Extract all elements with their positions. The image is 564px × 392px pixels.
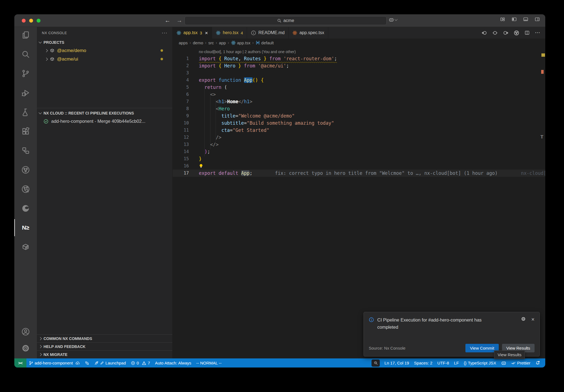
git-branch-item[interactable]: add-hero-component: [26, 358, 82, 368]
section-projects[interactable]: PROJECTS: [37, 39, 172, 46]
vim-mode-item[interactable]: -- NORMAL --: [194, 358, 224, 368]
tab-hero.tsx[interactable]: hero.tsx4: [212, 27, 247, 39]
section-label: COMMON NX COMMANDS: [44, 336, 92, 341]
info-icon: [369, 317, 374, 331]
cursor-position-item[interactable]: Ln 17, Col 19: [382, 358, 411, 368]
history-forward-icon[interactable]: →: [177, 17, 182, 24]
activity-edge-icon[interactable]: [21, 204, 30, 213]
breadcrumb-default[interactable]: default: [256, 40, 274, 45]
indentation-item[interactable]: Spaces: 2: [411, 358, 435, 368]
nav-location-icon[interactable]: [492, 30, 498, 36]
code-line-10[interactable]: 10 subtitle="Build something amazing tod…: [173, 119, 545, 127]
code-line-8[interactable]: 8 <Hero: [173, 105, 545, 112]
customize-layout-icon[interactable]: [500, 17, 505, 22]
split-editor-icon[interactable]: [525, 30, 530, 35]
git-compare-icon: [85, 361, 89, 365]
breadcrumb-app[interactable]: app: [219, 40, 226, 45]
encoding-item[interactable]: UTF-8: [435, 358, 452, 368]
maximize-window-button[interactable]: [37, 19, 40, 23]
copilot-icon[interactable]: [389, 17, 394, 22]
code-line-16[interactable]: 16: [173, 162, 545, 170]
history-back-icon[interactable]: ←: [165, 17, 170, 24]
code-line-2[interactable]: 2import { Hero } from '@acme/ui';: [173, 62, 545, 69]
eol-item[interactable]: LF: [452, 358, 462, 368]
toggle-secondary-sidebar-icon[interactable]: [535, 17, 540, 22]
code-line-5[interactable]: 5 return (: [173, 84, 545, 91]
language-mode-item[interactable]: {} TypeScript JSX: [461, 358, 499, 368]
more-actions-icon[interactable]: ···: [535, 30, 540, 35]
section-nx-cloud[interactable]: NX CLOUD :: RECENT CI PIPELINE EXECUTION…: [37, 109, 172, 117]
project-item[interactable]: @acme/demo: [37, 46, 172, 55]
toggle-panel-icon[interactable]: [523, 17, 528, 22]
activity-account-icon[interactable]: [21, 328, 30, 336]
errors-count: 0: [137, 361, 139, 365]
nav-forward-icon[interactable]: [503, 30, 508, 36]
code-line-1[interactable]: 1import { Route, Routes } from 'react-ro…: [173, 55, 545, 62]
nav-back-icon[interactable]: [482, 30, 487, 36]
breadcrumb-apps[interactable]: apps: [179, 40, 188, 45]
remote-indicator[interactable]: ><: [14, 358, 26, 368]
tab-label: app.spec.tsx: [299, 30, 324, 35]
launchpad-item[interactable]: Launchpad: [92, 358, 128, 368]
breadcrumb-demo[interactable]: demo: [193, 40, 203, 45]
code-line-15[interactable]: 15}: [173, 155, 545, 162]
publish-icon: [75, 361, 80, 365]
activity-git-graph-icon[interactable]: [21, 166, 30, 174]
project-item[interactable]: @acme/ui: [37, 55, 172, 63]
code-line-12[interactable]: 12 />: [173, 134, 545, 141]
code-line-11[interactable]: 11 cta="Get Started": [173, 127, 545, 134]
close-icon[interactable]: ×: [205, 30, 208, 36]
copilot-status-item[interactable]: [499, 358, 509, 368]
section-help-and-feedback[interactable]: HELP AND FEEDBACK: [37, 342, 172, 350]
activity-container-icon[interactable]: [21, 243, 30, 251]
pipeline-execution-item[interactable]: add-hero-component - Merge 409b44e5cb02.…: [37, 117, 172, 126]
toggle-primary-sidebar-icon[interactable]: [512, 17, 517, 22]
formatter-item[interactable]: Prettier: [509, 358, 533, 368]
activity-settings-icon[interactable]: [21, 344, 30, 352]
zoom-indicator[interactable]: [372, 360, 380, 367]
breadcrumb-src[interactable]: src: [208, 40, 214, 45]
view-commit-button[interactable]: View Commit: [465, 344, 498, 352]
gear-icon[interactable]: [521, 317, 526, 321]
code-line-17[interactable]: nx-cloud[b17export default App; fix: cor…: [173, 170, 545, 177]
git-compare-item[interactable]: [82, 358, 92, 368]
tab-app.spec.tsx[interactable]: app.spec.tsx: [289, 27, 328, 39]
auto-attach-item[interactable]: Auto Attach: Always: [153, 358, 194, 368]
activity-source-control-icon[interactable]: [21, 69, 30, 78]
more-actions-icon[interactable]: ···: [162, 30, 167, 36]
chevron-down-icon[interactable]: [394, 18, 397, 21]
tab-app.tsx[interactable]: app.tsx3×: [173, 27, 212, 39]
tab-README.md[interactable]: README.md: [247, 27, 289, 39]
minimize-window-button[interactable]: [29, 19, 33, 23]
minimap-glyph: T: [541, 134, 543, 140]
section-nx-migrate[interactable]: NX MIGRATE: [37, 350, 172, 358]
code-line-9[interactable]: 9 title="Welcome @acme/demo": [173, 112, 545, 119]
source-control-graph-icon[interactable]: [514, 30, 519, 36]
notifications-item[interactable]: [533, 358, 543, 368]
code-line-4[interactable]: 4export function App() {: [173, 77, 545, 84]
code-line-13[interactable]: 13 </>: [173, 141, 545, 148]
code-line-6[interactable]: 6 <>: [173, 91, 545, 98]
close-window-button[interactable]: [22, 19, 26, 23]
line-content: export function App() {: [189, 77, 264, 84]
activity-files-icon[interactable]: [21, 31, 30, 39]
activity-nx-icon[interactable]: N≥: [21, 224, 30, 232]
activity-testing-icon[interactable]: [21, 108, 30, 116]
problems-item[interactable]: 0 7: [128, 358, 153, 368]
code-line-3[interactable]: 3: [173, 69, 545, 77]
section-common-nx-commands[interactable]: COMMON NX COMMANDS: [37, 334, 172, 342]
activity-run-debug-icon[interactable]: [21, 89, 30, 97]
section-label: NX MIGRATE: [44, 352, 67, 357]
code-line-14[interactable]: 14 );: [173, 148, 545, 155]
activity-references-icon[interactable]: [21, 146, 30, 155]
code-line-7[interactable]: 7 <h1>Home</h1>: [173, 98, 545, 105]
activity-extensions-icon[interactable]: [21, 127, 30, 135]
close-icon[interactable]: ×: [531, 317, 535, 322]
codelens-blame[interactable]: nx-cloud[bot], 1 hour ago | 2 authors (Y…: [173, 48, 545, 55]
breadcrumb-app.tsx[interactable]: app.tsx: [231, 40, 250, 45]
lightbulb-icon[interactable]: [199, 164, 203, 168]
command-center-search[interactable]: acme: [185, 16, 387, 25]
warnings-count: 7: [148, 361, 150, 365]
activity-search-icon[interactable]: [21, 50, 30, 58]
activity-gitlens-inspect-icon[interactable]: [21, 185, 30, 193]
